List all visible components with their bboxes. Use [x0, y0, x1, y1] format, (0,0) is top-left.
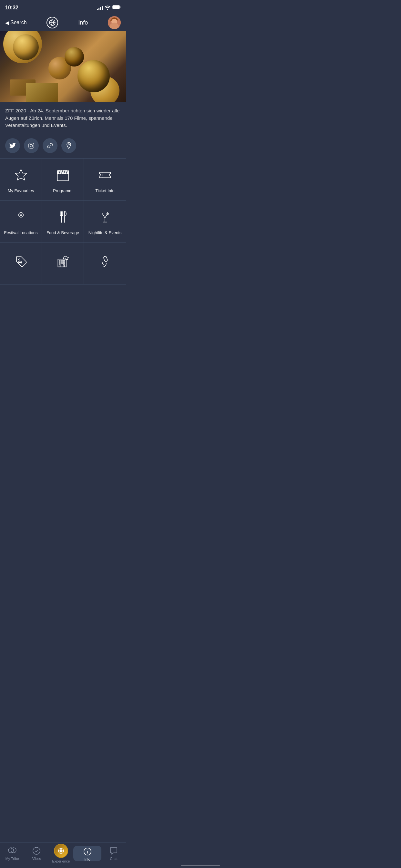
hero-sphere-mid: [65, 47, 84, 66]
clapperboard-icon: [56, 167, 70, 183]
svg-rect-11: [57, 173, 68, 181]
grid-item-programm[interactable]: Programm: [42, 159, 84, 200]
cocktail-icon: [97, 209, 112, 225]
svg-point-18: [19, 213, 23, 217]
svg-rect-0: [113, 5, 120, 9]
back-chevron-icon: ◀: [5, 20, 9, 26]
locations-label: Festival Locations: [4, 230, 37, 235]
svg-point-19: [20, 214, 22, 216]
programm-label: Programm: [53, 188, 73, 193]
svg-rect-38: [103, 256, 108, 262]
grid-item-favourites[interactable]: My Favourites: [0, 159, 42, 200]
svg-rect-35: [63, 262, 64, 264]
favourites-label: My Favourites: [8, 188, 34, 193]
star-icon: [13, 167, 28, 183]
status-bar: 10:32: [0, 0, 126, 14]
svg-rect-36: [59, 265, 60, 267]
status-icons: [97, 5, 121, 11]
svg-rect-34: [61, 262, 62, 264]
mic-icon: [97, 253, 112, 269]
avatar[interactable]: [108, 16, 121, 29]
svg-rect-32: [63, 260, 64, 261]
status-time: 10:32: [5, 5, 19, 11]
grid-item-interview[interactable]: [84, 243, 126, 284]
grid-item-food[interactable]: Food & Beverage: [42, 200, 84, 243]
svg-rect-31: [61, 260, 62, 261]
nightlife-label: Nightlife & Events: [89, 230, 122, 235]
svg-point-8: [33, 144, 33, 144]
description-section: ZFF 2020 - Ab 24. September richten sich…: [0, 102, 126, 134]
battery-icon: [112, 5, 121, 11]
pin-icon: [13, 209, 28, 225]
svg-point-5: [110, 25, 119, 29]
twitter-button[interactable]: [5, 138, 20, 153]
svg-marker-10: [15, 169, 27, 180]
svg-rect-30: [59, 260, 60, 261]
grid-menu: My Favourites Programm: [0, 158, 126, 284]
svg-rect-33: [59, 262, 60, 264]
svg-point-9: [68, 144, 69, 145]
description-text: ZFF 2020 - Ab 24. September richten sich…: [5, 107, 121, 129]
page-title: Info: [78, 20, 88, 26]
back-button[interactable]: ◀ Search: [5, 20, 27, 26]
ticket-icon: [97, 167, 112, 183]
location-button[interactable]: [61, 138, 76, 153]
signal-bars-icon: [97, 5, 103, 10]
hotel-icon: [56, 253, 70, 269]
svg-point-7: [30, 144, 33, 147]
grid-item-nightlife[interactable]: Nightlife & Events: [84, 200, 126, 243]
social-links-section: [0, 134, 126, 158]
svg-rect-1: [120, 6, 120, 8]
svg-text:olo: olo: [18, 260, 22, 264]
hero-pedestal: [26, 83, 58, 102]
hero-image: [0, 31, 126, 102]
food-label: Food & Beverage: [47, 230, 79, 235]
back-label: Search: [10, 20, 27, 26]
main-content: 10:32 ◀ Search: [0, 0, 126, 310]
logo-icon: [47, 17, 58, 28]
grid-item-ticket[interactable]: Ticket Info: [84, 159, 126, 200]
grid-item-hotel[interactable]: [42, 243, 84, 284]
instagram-button[interactable]: [24, 138, 39, 153]
nav-bar: ◀ Search Info: [0, 14, 126, 31]
grid-item-locations[interactable]: Festival Locations: [0, 200, 42, 243]
wifi-icon: [104, 5, 111, 11]
ticket-label: Ticket Info: [95, 188, 114, 193]
link-button[interactable]: [42, 138, 58, 153]
hero-sphere-small: [13, 34, 39, 60]
cutlery-icon: [56, 209, 70, 225]
hero-sphere-bottom: [78, 60, 110, 92]
tag-icon: olo: [13, 253, 28, 269]
svg-point-27: [19, 259, 20, 260]
grid-item-deals[interactable]: olo: [0, 243, 42, 284]
svg-rect-37: [63, 265, 64, 267]
